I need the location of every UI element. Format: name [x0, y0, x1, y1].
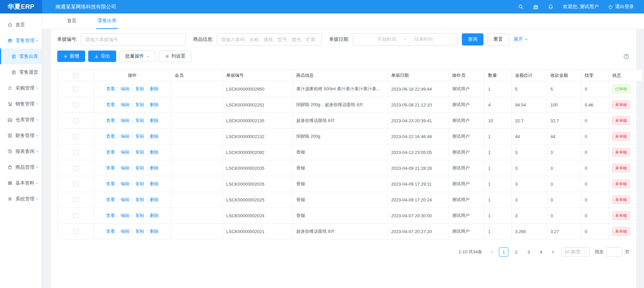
- delete-link[interactable]: 删除: [150, 86, 159, 91]
- pagination-total: 1-10 共34条: [459, 249, 482, 255]
- column-settings-button[interactable]: 列设置: [159, 51, 192, 62]
- logout-button[interactable]: 退出登录: [608, 4, 634, 10]
- page-button-1[interactable]: 1: [499, 247, 508, 257]
- sidebar-item-system-management[interactable]: 系统管理: [0, 191, 42, 207]
- sidebar-item-sales-management[interactable]: 销售管理: [0, 96, 42, 112]
- row-checkbox[interactable]: [73, 150, 78, 155]
- cell-product: 香烟: [293, 208, 388, 224]
- row-checkbox[interactable]: [73, 197, 78, 202]
- copy-link[interactable]: 复制: [135, 197, 150, 202]
- view-link[interactable]: 查看: [106, 181, 121, 186]
- add-button[interactable]: 新增: [57, 51, 85, 62]
- row-checkbox[interactable]: [73, 102, 78, 107]
- row-checkbox[interactable]: [73, 229, 78, 234]
- sidebar-item-goods-management[interactable]: 商品管理: [0, 159, 42, 175]
- page-button-4[interactable]: 4: [536, 247, 546, 257]
- row-checkbox[interactable]: [73, 213, 78, 218]
- view-link[interactable]: 查看: [106, 150, 121, 155]
- view-link[interactable]: 查看: [106, 165, 121, 170]
- delete-link[interactable]: 删除: [150, 102, 159, 107]
- sidebar-item-home[interactable]: 首页: [0, 17, 42, 33]
- expand-link[interactable]: 展开: [514, 36, 528, 42]
- copy-link[interactable]: 复制: [135, 134, 150, 139]
- view-link[interactable]: 查看: [106, 229, 121, 234]
- delete-link[interactable]: 删除: [150, 181, 159, 186]
- search-icon[interactable]: [518, 4, 523, 9]
- edit-link[interactable]: 编辑: [121, 134, 135, 139]
- sidebar-item-retail-management[interactable]: 零售管理: [0, 33, 42, 49]
- welcome-user[interactable]: 欢迎您, 测试用户: [563, 4, 599, 10]
- view-link[interactable]: 查看: [106, 213, 121, 218]
- page-button-2[interactable]: 2: [511, 247, 521, 257]
- tab-retail-outbound[interactable]: 零售出库: [96, 13, 118, 29]
- copy-link[interactable]: 复制: [135, 86, 150, 91]
- batch-operations-button[interactable]: 批量操作: [119, 51, 156, 62]
- view-link[interactable]: 查看: [106, 118, 121, 123]
- edit-link[interactable]: 编辑: [121, 213, 135, 218]
- sidebar-item-purchase-management[interactable]: 采购管理: [0, 80, 42, 96]
- delete-link[interactable]: 删除: [150, 229, 159, 234]
- row-checkbox[interactable]: [73, 182, 78, 187]
- view-link[interactable]: 查看: [106, 134, 121, 139]
- delete-link[interactable]: 删除: [150, 134, 159, 139]
- edit-link[interactable]: 编辑: [121, 118, 135, 123]
- view-link[interactable]: 查看: [106, 102, 121, 107]
- plus-icon: [63, 54, 68, 59]
- bank-icon[interactable]: [533, 4, 539, 10]
- sidebar-item-label: 商品管理: [15, 164, 34, 170]
- row-checkbox[interactable]: [73, 166, 78, 171]
- cell-date: 2023-04-22 16:46:48: [388, 129, 449, 145]
- delete-link[interactable]: 删除: [150, 197, 159, 202]
- edit-link[interactable]: 编辑: [121, 102, 135, 107]
- export-button[interactable]: 导出: [88, 51, 116, 62]
- edit-link[interactable]: 编辑: [121, 181, 135, 186]
- sidebar-item-basic-data[interactable]: 基本资料: [0, 175, 42, 191]
- sidebar-item-report-query[interactable]: 报表查询: [0, 143, 42, 159]
- row-checkbox[interactable]: [73, 134, 78, 139]
- copy-link[interactable]: 复制: [135, 181, 150, 186]
- copy-link[interactable]: 复制: [135, 118, 150, 123]
- next-page-button[interactable]: [549, 247, 557, 257]
- cell-date: 2023-05-08 21:12:10: [388, 97, 449, 113]
- sidebar-item-finance-management[interactable]: 财务管理: [0, 128, 42, 143]
- delete-link[interactable]: 删除: [150, 213, 159, 218]
- help-icon[interactable]: [623, 53, 630, 60]
- bill-no-input[interactable]: [81, 33, 186, 45]
- page-button-3[interactable]: 3: [524, 247, 533, 257]
- view-link[interactable]: 查看: [106, 197, 121, 202]
- product-info-input[interactable]: [217, 33, 322, 45]
- search-button[interactable]: 查询: [462, 33, 483, 45]
- cell-member: [171, 81, 223, 97]
- edit-link[interactable]: 编辑: [121, 229, 135, 234]
- edit-link[interactable]: 编辑: [121, 197, 135, 202]
- date-range-input[interactable]: 开始时间 ~ 结束时间: [353, 33, 458, 45]
- delete-link[interactable]: 删除: [150, 118, 159, 123]
- copy-link[interactable]: 复制: [135, 229, 150, 234]
- page-size-select[interactable]: 10 条/页: [561, 247, 590, 257]
- cell-product: 美汁源果粒橙 500ml 美汁美汁美汁美汁美...: [293, 81, 388, 97]
- copy-link[interactable]: 复制: [135, 213, 150, 218]
- row-checkbox[interactable]: [73, 87, 78, 92]
- delete-link[interactable]: 删除: [150, 150, 159, 155]
- tab-home[interactable]: 首页: [66, 13, 78, 29]
- copy-link[interactable]: 复制: [135, 165, 150, 170]
- reset-button[interactable]: 重置: [487, 33, 509, 45]
- view-link[interactable]: 查看: [106, 86, 121, 91]
- row-checkbox[interactable]: [73, 118, 78, 123]
- delete-link[interactable]: 删除: [150, 165, 159, 170]
- sidebar-item-warehouse-management[interactable]: 仓库管理: [0, 112, 42, 128]
- product-info-label: 商品信息:: [193, 36, 213, 42]
- prev-page-button[interactable]: [488, 247, 496, 257]
- sidebar-item-retail-return[interactable]: 零售退货: [0, 64, 42, 80]
- edit-link[interactable]: 编辑: [121, 165, 135, 170]
- warehouse-icon: [7, 117, 12, 122]
- edit-link[interactable]: 编辑: [121, 150, 135, 155]
- select-all-checkbox[interactable]: [73, 73, 78, 78]
- edit-link[interactable]: 编辑: [121, 86, 135, 91]
- cell-total: 3: [512, 160, 547, 176]
- bell-icon[interactable]: [548, 4, 553, 9]
- sidebar-item-retail-outbound[interactable]: 零售出库: [0, 49, 42, 64]
- jump-to-input[interactable]: [606, 247, 622, 257]
- copy-link[interactable]: 复制: [135, 150, 150, 155]
- copy-link[interactable]: 复制: [135, 102, 150, 107]
